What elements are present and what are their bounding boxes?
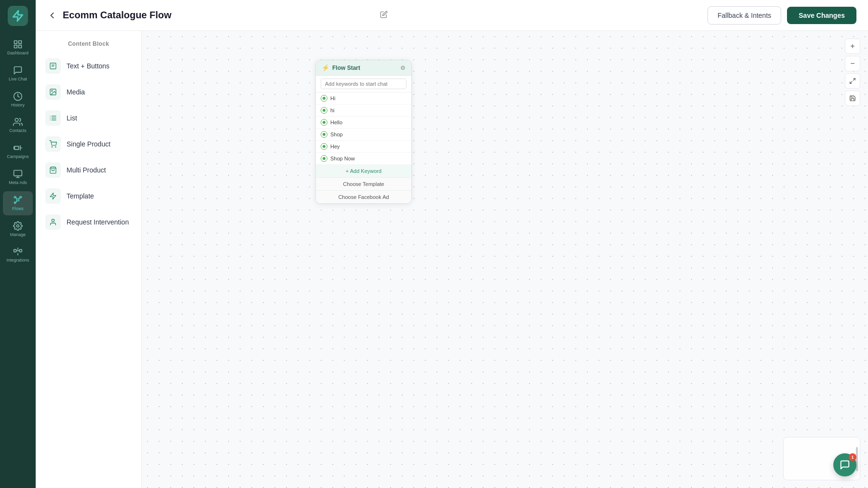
sidebar-item-history-label: History bbox=[11, 103, 25, 108]
svg-rect-4 bbox=[19, 45, 22, 48]
sidebar-item-contacts[interactable]: Contacts bbox=[3, 113, 33, 137]
svg-marker-32 bbox=[50, 193, 56, 199]
chat-bubble-badge: 1 bbox=[849, 453, 856, 461]
keyword-row-hello: Hello bbox=[316, 117, 411, 129]
panel-item-list-label: List bbox=[67, 114, 77, 122]
sidebar-item-manage[interactable]: Manage bbox=[3, 217, 33, 241]
sidebar-item-dashboard[interactable]: Dashboard bbox=[3, 36, 33, 60]
zoom-out-button[interactable]: − bbox=[845, 56, 860, 71]
fullscreen-button[interactable] bbox=[845, 73, 860, 89]
panel-item-text-buttons[interactable]: Text + Buttons bbox=[36, 53, 141, 79]
svg-point-22 bbox=[52, 91, 53, 92]
svg-line-35 bbox=[850, 81, 852, 83]
add-keyword-button[interactable]: + Add Keyword bbox=[316, 165, 411, 178]
content-area: Content Block Text + Buttons Media bbox=[36, 31, 868, 488]
svg-point-15 bbox=[17, 224, 19, 227]
multi-product-icon-wrapper bbox=[45, 162, 61, 178]
svg-rect-3 bbox=[14, 45, 17, 48]
panel-item-multi-product-label: Multi Product bbox=[67, 166, 106, 174]
keyword-dot bbox=[321, 143, 327, 150]
sidebar-item-live-chat[interactable]: Live Chat bbox=[3, 62, 33, 86]
text-icon-wrapper bbox=[45, 58, 61, 74]
keyword-row-hi-lower: hi bbox=[316, 105, 411, 117]
template-icon bbox=[49, 192, 57, 200]
single-product-icon-wrapper bbox=[45, 136, 61, 152]
chat-icon bbox=[13, 66, 23, 75]
clock-icon bbox=[13, 92, 23, 101]
media-icon bbox=[49, 88, 57, 96]
minimap-scrollbar[interactable] bbox=[856, 447, 858, 471]
save-view-button[interactable] bbox=[845, 91, 860, 106]
fallback-intents-button[interactable]: Fallback & Intents bbox=[707, 6, 781, 25]
flow-node-keyword-input-wrapper[interactable] bbox=[316, 76, 411, 92]
header: Ecomm Catalogue Flow Fallback & Intents … bbox=[36, 0, 868, 31]
zoom-controls: + − bbox=[845, 39, 860, 106]
panel-item-request-intervention-label: Request Intervention bbox=[67, 218, 129, 226]
edit-icon[interactable] bbox=[380, 11, 388, 20]
flow-node-header-left: ⚡ Flow Start bbox=[322, 64, 360, 71]
keyword-dot bbox=[321, 131, 327, 138]
sidebar-item-flows[interactable]: Flows bbox=[3, 191, 33, 215]
sidebar-item-flows-label: Flows bbox=[12, 206, 24, 211]
svg-rect-2 bbox=[19, 41, 22, 44]
choose-template-button[interactable]: Choose Template bbox=[316, 178, 411, 191]
flow-start-icon: ⚡ bbox=[322, 64, 329, 71]
app-logo[interactable] bbox=[8, 6, 28, 26]
keyword-text: Shop bbox=[330, 132, 343, 137]
panel-item-template[interactable]: Template bbox=[36, 183, 141, 209]
keyword-text: Hey bbox=[330, 144, 340, 149]
flow-node-title: Flow Start bbox=[332, 65, 360, 71]
page-title: Ecomm Catalogue Flow bbox=[63, 10, 371, 21]
media-icon-wrapper bbox=[45, 84, 61, 100]
grid-icon bbox=[13, 40, 23, 49]
sidebar-item-campaigns[interactable]: Campaigns bbox=[3, 139, 33, 163]
svg-point-30 bbox=[55, 146, 56, 147]
svg-line-12 bbox=[16, 198, 17, 199]
keyword-dot bbox=[321, 107, 327, 114]
keyword-dot bbox=[321, 119, 327, 126]
keyword-input[interactable] bbox=[321, 79, 407, 89]
chat-bubble[interactable]: 1 bbox=[833, 453, 856, 476]
save-changes-button[interactable]: Save Changes bbox=[787, 7, 856, 24]
panel-item-media[interactable]: Media bbox=[36, 79, 141, 105]
svg-line-34 bbox=[853, 79, 855, 80]
flow-start-node: ⚡ Flow Start ⚙ Hi hi bbox=[315, 60, 412, 204]
panel-item-request-intervention[interactable]: Request Intervention bbox=[36, 209, 141, 235]
keyword-row-hey: Hey bbox=[316, 141, 411, 153]
sidebar-item-meta-ads-label: Meta Ads bbox=[9, 180, 27, 185]
svg-rect-1 bbox=[14, 41, 17, 44]
flow-node-settings-icon[interactable]: ⚙ bbox=[400, 65, 406, 71]
panel-item-template-label: Template bbox=[67, 192, 94, 200]
sidebar-item-history[interactable]: History bbox=[3, 88, 33, 112]
panel-item-multi-product[interactable]: Multi Product bbox=[36, 157, 141, 183]
keyword-dot bbox=[321, 155, 327, 162]
intervention-icon bbox=[49, 218, 57, 226]
canvas[interactable]: ⚡ Flow Start ⚙ Hi hi bbox=[142, 31, 868, 488]
intervention-icon-wrapper bbox=[45, 214, 61, 230]
contacts-icon bbox=[13, 117, 23, 127]
zoom-in-button[interactable]: + bbox=[845, 39, 860, 54]
svg-point-33 bbox=[52, 219, 54, 222]
list-icon-wrapper bbox=[45, 110, 61, 126]
svg-point-6 bbox=[15, 119, 18, 122]
svg-marker-0 bbox=[13, 11, 23, 21]
panel-item-list[interactable]: List bbox=[36, 105, 141, 131]
choose-facebook-ad-button[interactable]: Choose Facebook Ad bbox=[316, 191, 411, 203]
meta-icon bbox=[13, 169, 23, 179]
keyword-text: Hi bbox=[330, 95, 335, 101]
single-product-icon bbox=[49, 140, 57, 148]
sidebar-item-meta-ads[interactable]: Meta Ads bbox=[3, 165, 33, 189]
keyword-row-shop: Shop bbox=[316, 129, 411, 141]
sidebar-item-manage-label: Manage bbox=[10, 232, 26, 237]
flow-node-header: ⚡ Flow Start ⚙ bbox=[316, 60, 411, 76]
panel-item-single-product[interactable]: Single Product bbox=[36, 131, 141, 157]
sidebar-item-integrations[interactable]: Integrations bbox=[3, 243, 33, 267]
multi-product-icon bbox=[49, 166, 57, 174]
manage-icon bbox=[13, 221, 23, 231]
sidebar-item-campaigns-label: Campaigns bbox=[7, 154, 29, 159]
megaphone-icon bbox=[13, 143, 23, 153]
keyword-text: hi bbox=[330, 107, 335, 113]
svg-line-14 bbox=[16, 200, 17, 202]
sidebar-item-integrations-label: Integrations bbox=[6, 258, 29, 263]
back-button[interactable] bbox=[47, 11, 57, 20]
